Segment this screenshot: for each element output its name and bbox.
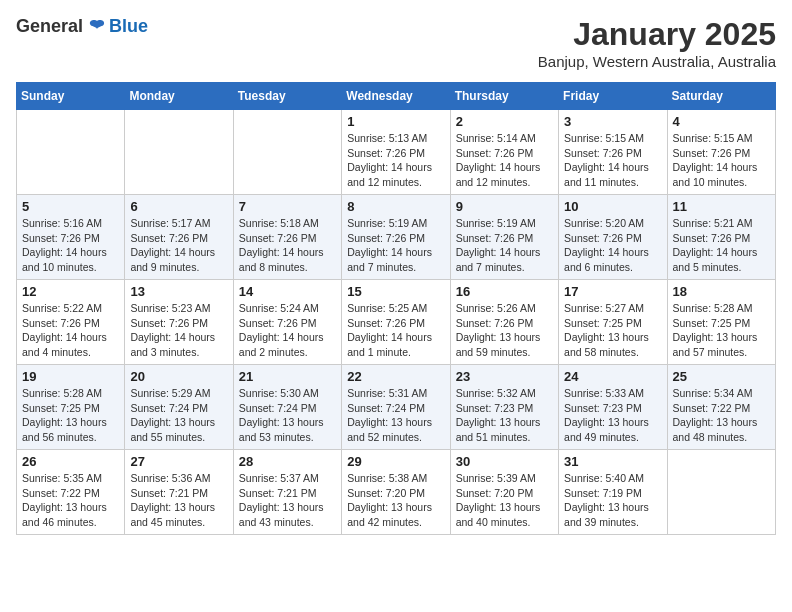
calendar-cell: 12Sunrise: 5:22 AMSunset: 7:26 PMDayligh… bbox=[17, 280, 125, 365]
calendar-cell: 29Sunrise: 5:38 AMSunset: 7:20 PMDayligh… bbox=[342, 450, 450, 535]
day-number: 12 bbox=[22, 284, 119, 299]
calendar-cell bbox=[233, 110, 341, 195]
day-number: 26 bbox=[22, 454, 119, 469]
day-number: 15 bbox=[347, 284, 444, 299]
day-info: Sunrise: 5:31 AMSunset: 7:24 PMDaylight:… bbox=[347, 386, 444, 445]
calendar-cell: 17Sunrise: 5:27 AMSunset: 7:25 PMDayligh… bbox=[559, 280, 667, 365]
calendar-week-1: 1Sunrise: 5:13 AMSunset: 7:26 PMDaylight… bbox=[17, 110, 776, 195]
day-number: 11 bbox=[673, 199, 770, 214]
calendar-cell: 25Sunrise: 5:34 AMSunset: 7:22 PMDayligh… bbox=[667, 365, 775, 450]
calendar-cell: 11Sunrise: 5:21 AMSunset: 7:26 PMDayligh… bbox=[667, 195, 775, 280]
day-info: Sunrise: 5:24 AMSunset: 7:26 PMDaylight:… bbox=[239, 301, 336, 360]
day-info: Sunrise: 5:15 AMSunset: 7:26 PMDaylight:… bbox=[564, 131, 661, 190]
day-number: 18 bbox=[673, 284, 770, 299]
calendar-cell: 24Sunrise: 5:33 AMSunset: 7:23 PMDayligh… bbox=[559, 365, 667, 450]
logo: General Blue bbox=[16, 16, 148, 37]
day-info: Sunrise: 5:30 AMSunset: 7:24 PMDaylight:… bbox=[239, 386, 336, 445]
calendar-cell: 28Sunrise: 5:37 AMSunset: 7:21 PMDayligh… bbox=[233, 450, 341, 535]
weekday-header-sunday: Sunday bbox=[17, 83, 125, 110]
day-number: 28 bbox=[239, 454, 336, 469]
day-info: Sunrise: 5:19 AMSunset: 7:26 PMDaylight:… bbox=[347, 216, 444, 275]
calendar-cell: 14Sunrise: 5:24 AMSunset: 7:26 PMDayligh… bbox=[233, 280, 341, 365]
calendar-cell: 9Sunrise: 5:19 AMSunset: 7:26 PMDaylight… bbox=[450, 195, 558, 280]
month-title: January 2025 bbox=[538, 16, 776, 53]
day-number: 13 bbox=[130, 284, 227, 299]
day-info: Sunrise: 5:39 AMSunset: 7:20 PMDaylight:… bbox=[456, 471, 553, 530]
logo-general-text: General bbox=[16, 16, 83, 37]
page-header: General Blue January 2025 Banjup, Wester… bbox=[16, 16, 776, 70]
weekday-header-saturday: Saturday bbox=[667, 83, 775, 110]
day-number: 22 bbox=[347, 369, 444, 384]
day-info: Sunrise: 5:22 AMSunset: 7:26 PMDaylight:… bbox=[22, 301, 119, 360]
day-info: Sunrise: 5:20 AMSunset: 7:26 PMDaylight:… bbox=[564, 216, 661, 275]
weekday-header-wednesday: Wednesday bbox=[342, 83, 450, 110]
day-info: Sunrise: 5:13 AMSunset: 7:26 PMDaylight:… bbox=[347, 131, 444, 190]
logo-bird-icon bbox=[87, 17, 107, 37]
day-number: 7 bbox=[239, 199, 336, 214]
day-info: Sunrise: 5:40 AMSunset: 7:19 PMDaylight:… bbox=[564, 471, 661, 530]
day-info: Sunrise: 5:25 AMSunset: 7:26 PMDaylight:… bbox=[347, 301, 444, 360]
location-title: Banjup, Western Australia, Australia bbox=[538, 53, 776, 70]
weekday-header-monday: Monday bbox=[125, 83, 233, 110]
day-number: 31 bbox=[564, 454, 661, 469]
calendar-cell: 6Sunrise: 5:17 AMSunset: 7:26 PMDaylight… bbox=[125, 195, 233, 280]
day-info: Sunrise: 5:15 AMSunset: 7:26 PMDaylight:… bbox=[673, 131, 770, 190]
calendar-cell bbox=[667, 450, 775, 535]
calendar-cell: 18Sunrise: 5:28 AMSunset: 7:25 PMDayligh… bbox=[667, 280, 775, 365]
day-number: 6 bbox=[130, 199, 227, 214]
day-info: Sunrise: 5:17 AMSunset: 7:26 PMDaylight:… bbox=[130, 216, 227, 275]
calendar-week-2: 5Sunrise: 5:16 AMSunset: 7:26 PMDaylight… bbox=[17, 195, 776, 280]
day-info: Sunrise: 5:37 AMSunset: 7:21 PMDaylight:… bbox=[239, 471, 336, 530]
calendar-cell: 7Sunrise: 5:18 AMSunset: 7:26 PMDaylight… bbox=[233, 195, 341, 280]
day-number: 30 bbox=[456, 454, 553, 469]
day-number: 24 bbox=[564, 369, 661, 384]
day-info: Sunrise: 5:19 AMSunset: 7:26 PMDaylight:… bbox=[456, 216, 553, 275]
day-info: Sunrise: 5:35 AMSunset: 7:22 PMDaylight:… bbox=[22, 471, 119, 530]
day-number: 3 bbox=[564, 114, 661, 129]
calendar-week-3: 12Sunrise: 5:22 AMSunset: 7:26 PMDayligh… bbox=[17, 280, 776, 365]
calendar-cell: 23Sunrise: 5:32 AMSunset: 7:23 PMDayligh… bbox=[450, 365, 558, 450]
calendar-cell: 10Sunrise: 5:20 AMSunset: 7:26 PMDayligh… bbox=[559, 195, 667, 280]
calendar-cell: 8Sunrise: 5:19 AMSunset: 7:26 PMDaylight… bbox=[342, 195, 450, 280]
calendar-table: SundayMondayTuesdayWednesdayThursdayFrid… bbox=[16, 82, 776, 535]
day-number: 17 bbox=[564, 284, 661, 299]
day-number: 4 bbox=[673, 114, 770, 129]
calendar-cell: 31Sunrise: 5:40 AMSunset: 7:19 PMDayligh… bbox=[559, 450, 667, 535]
day-info: Sunrise: 5:32 AMSunset: 7:23 PMDaylight:… bbox=[456, 386, 553, 445]
day-number: 21 bbox=[239, 369, 336, 384]
day-number: 23 bbox=[456, 369, 553, 384]
calendar-week-4: 19Sunrise: 5:28 AMSunset: 7:25 PMDayligh… bbox=[17, 365, 776, 450]
day-info: Sunrise: 5:14 AMSunset: 7:26 PMDaylight:… bbox=[456, 131, 553, 190]
weekday-header-friday: Friday bbox=[559, 83, 667, 110]
calendar-week-5: 26Sunrise: 5:35 AMSunset: 7:22 PMDayligh… bbox=[17, 450, 776, 535]
day-info: Sunrise: 5:36 AMSunset: 7:21 PMDaylight:… bbox=[130, 471, 227, 530]
day-info: Sunrise: 5:28 AMSunset: 7:25 PMDaylight:… bbox=[22, 386, 119, 445]
weekday-header-tuesday: Tuesday bbox=[233, 83, 341, 110]
day-info: Sunrise: 5:16 AMSunset: 7:26 PMDaylight:… bbox=[22, 216, 119, 275]
logo-blue-text: Blue bbox=[109, 16, 148, 37]
calendar-cell: 3Sunrise: 5:15 AMSunset: 7:26 PMDaylight… bbox=[559, 110, 667, 195]
title-block: January 2025 Banjup, Western Australia, … bbox=[538, 16, 776, 70]
calendar-header-row: SundayMondayTuesdayWednesdayThursdayFrid… bbox=[17, 83, 776, 110]
day-number: 2 bbox=[456, 114, 553, 129]
day-info: Sunrise: 5:21 AMSunset: 7:26 PMDaylight:… bbox=[673, 216, 770, 275]
calendar-cell: 27Sunrise: 5:36 AMSunset: 7:21 PMDayligh… bbox=[125, 450, 233, 535]
day-number: 1 bbox=[347, 114, 444, 129]
day-number: 14 bbox=[239, 284, 336, 299]
day-number: 5 bbox=[22, 199, 119, 214]
day-info: Sunrise: 5:27 AMSunset: 7:25 PMDaylight:… bbox=[564, 301, 661, 360]
calendar-cell: 13Sunrise: 5:23 AMSunset: 7:26 PMDayligh… bbox=[125, 280, 233, 365]
calendar-cell: 2Sunrise: 5:14 AMSunset: 7:26 PMDaylight… bbox=[450, 110, 558, 195]
calendar-cell: 16Sunrise: 5:26 AMSunset: 7:26 PMDayligh… bbox=[450, 280, 558, 365]
day-number: 20 bbox=[130, 369, 227, 384]
calendar-cell: 20Sunrise: 5:29 AMSunset: 7:24 PMDayligh… bbox=[125, 365, 233, 450]
day-info: Sunrise: 5:23 AMSunset: 7:26 PMDaylight:… bbox=[130, 301, 227, 360]
calendar-cell: 15Sunrise: 5:25 AMSunset: 7:26 PMDayligh… bbox=[342, 280, 450, 365]
day-info: Sunrise: 5:26 AMSunset: 7:26 PMDaylight:… bbox=[456, 301, 553, 360]
calendar-cell: 5Sunrise: 5:16 AMSunset: 7:26 PMDaylight… bbox=[17, 195, 125, 280]
day-number: 8 bbox=[347, 199, 444, 214]
day-number: 10 bbox=[564, 199, 661, 214]
day-number: 27 bbox=[130, 454, 227, 469]
calendar-cell: 4Sunrise: 5:15 AMSunset: 7:26 PMDaylight… bbox=[667, 110, 775, 195]
day-info: Sunrise: 5:34 AMSunset: 7:22 PMDaylight:… bbox=[673, 386, 770, 445]
